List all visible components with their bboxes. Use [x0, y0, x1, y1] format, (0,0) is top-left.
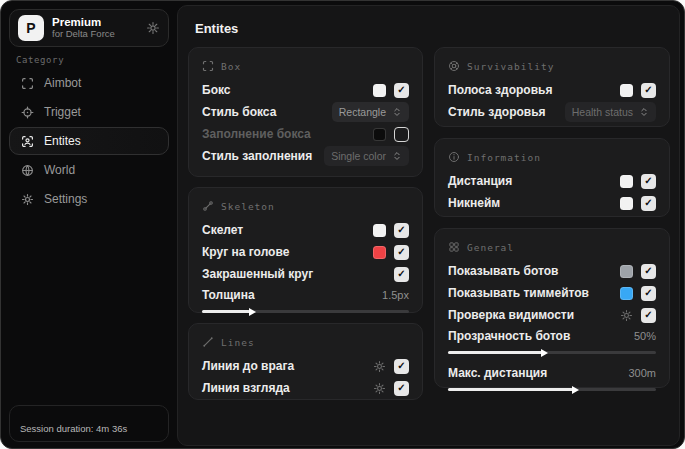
visibility-check-checkbox[interactable]: ✓ [641, 308, 656, 323]
box-scan-icon [202, 60, 214, 72]
sidebar-item-label: Trigget [44, 105, 81, 119]
teammates-color-swatch[interactable] [620, 287, 633, 300]
row-label: Заполнение бокса [202, 127, 311, 141]
check-icon: ✓ [644, 176, 652, 186]
row-visibility-check: Проверка видимости ✓ [448, 304, 656, 326]
row-label: Полоса здоровья [448, 83, 552, 97]
skeleton-card-title: Skeleton [221, 201, 275, 212]
box-enable-checkbox[interactable]: ✓ [394, 83, 409, 98]
row-box-fill-style: Стиль заполнения Single color [202, 145, 409, 167]
filled-circle-checkbox[interactable]: ✓ [394, 267, 409, 282]
bots-opacity-slider[interactable] [448, 351, 656, 354]
survivability-card-header: Survivability [448, 57, 656, 75]
skeleton-card: Skeleton Скелет ✓ Круг на голове ✓ Закра… [188, 187, 423, 313]
brand-text: Premium for Delta Force [52, 16, 115, 40]
nickname-checkbox[interactable]: ✓ [641, 196, 656, 211]
grid-icon [448, 241, 460, 253]
row-label: Линия до врага [202, 359, 294, 373]
information-card: Information Дистанция ✓ Никнейм ✓ [434, 138, 670, 217]
head-circle-color-swatch[interactable] [373, 246, 386, 259]
entities-scan-person-icon [21, 135, 34, 148]
lifebuoy-icon [448, 60, 460, 72]
row-distance: Дистанция ✓ [448, 170, 656, 192]
health-style-dropdown[interactable]: Health status [565, 102, 656, 122]
page-title: Entites [195, 21, 238, 36]
row-thickness: Толщина 1.5px [202, 285, 409, 305]
lines-card: Lines Линия до врага ✓ Линия взгляда ✓ [188, 323, 423, 400]
thickness-slider[interactable] [202, 310, 409, 313]
box-color-swatch[interactable] [373, 84, 386, 97]
box-fill-color-swatch[interactable] [373, 128, 386, 141]
check-icon: ✓ [397, 361, 405, 371]
sidebar: P Premium for Delta Force Category [1, 1, 177, 448]
settings-gear-icon[interactable] [146, 21, 160, 35]
row-label: Стиль бокса [202, 105, 276, 119]
distance-checkbox[interactable]: ✓ [641, 174, 656, 189]
dropdown-value: Rectangle [339, 106, 386, 118]
sidebar-item-trigget[interactable]: Trigget [9, 98, 169, 126]
sidebar-item-settings[interactable]: Settings [9, 185, 169, 213]
lines-card-title: Lines [221, 337, 255, 348]
max-distance-slider[interactable] [448, 388, 656, 391]
gear-icon [21, 193, 34, 206]
box-card-header: Box [202, 57, 409, 75]
category-label: Category [16, 55, 64, 65]
sidebar-item-label: Aimbot [44, 76, 81, 90]
visibility-settings-gear-icon[interactable] [620, 309, 633, 322]
session-card: Session duration: 4m 36s [9, 405, 169, 442]
dropdown-value: Single color [331, 150, 386, 162]
box-card: Box Бокс ✓ Стиль бокса Rectangle [188, 47, 423, 177]
skeleton-color-swatch[interactable] [373, 224, 386, 237]
enemy-line-checkbox[interactable]: ✓ [394, 359, 409, 374]
sidebar-item-entites[interactable]: Entites [9, 127, 169, 155]
general-card-header: General [448, 238, 656, 256]
row-label: Проверка видимости [448, 308, 574, 322]
head-circle-checkbox[interactable]: ✓ [394, 245, 409, 260]
enemy-line-settings-gear-icon[interactable] [373, 360, 386, 373]
survivability-card-title: Survivability [467, 61, 554, 72]
row-label: Стиль здоровья [448, 105, 546, 119]
sidebar-item-aimbot[interactable]: Aimbot [9, 69, 169, 97]
row-label: Закрашенный круг [202, 267, 313, 281]
view-line-settings-gear-icon[interactable] [373, 382, 386, 395]
row-view-line: Линия взгляда ✓ [202, 377, 409, 399]
slider-fill [202, 310, 250, 313]
sidebar-item-world[interactable]: World [9, 156, 169, 184]
row-nickname: Никнейм ✓ [448, 192, 656, 214]
bots-color-swatch[interactable] [620, 265, 633, 278]
row-head-circle: Круг на голове ✓ [202, 241, 409, 263]
row-label: Круг на голове [202, 245, 289, 259]
info-icon [448, 151, 460, 163]
row-label: Бокс [202, 83, 230, 97]
row-enemy-line: Линия до врага ✓ [202, 355, 409, 377]
check-icon: ✓ [397, 269, 405, 279]
bone-icon [202, 200, 214, 212]
check-icon: ✓ [644, 266, 652, 276]
slider-thumb[interactable] [541, 349, 548, 357]
skeleton-checkbox[interactable]: ✓ [394, 223, 409, 238]
box-fill-checkbox[interactable]: ✓ [394, 127, 409, 142]
app-window: P Premium for Delta Force Category [0, 0, 685, 449]
row-label: Показывать ботов [448, 264, 558, 278]
nickname-color-swatch[interactable] [620, 197, 633, 210]
show-bots-checkbox[interactable]: ✓ [641, 264, 656, 279]
thickness-value: 1.5px [382, 289, 409, 301]
box-card-title: Box [221, 61, 241, 72]
row-max-distance: Макс. дистанция 300m [448, 363, 656, 383]
check-icon: ✓ [397, 225, 405, 235]
check-icon: ✓ [397, 383, 405, 393]
main-panel: Entites Box Бокс ✓ Стиль бокса [177, 5, 680, 446]
slider-fill [448, 388, 573, 391]
health-bar-color-swatch[interactable] [620, 84, 633, 97]
general-card: General Показывать ботов ✓ Показывать ти… [434, 228, 670, 388]
show-teammates-checkbox[interactable]: ✓ [641, 286, 656, 301]
view-line-checkbox[interactable]: ✓ [394, 381, 409, 396]
health-bar-checkbox[interactable]: ✓ [641, 83, 656, 98]
line-icon [202, 336, 214, 348]
box-style-dropdown[interactable]: Rectangle [332, 102, 409, 122]
slider-thumb[interactable] [249, 308, 256, 316]
distance-color-swatch[interactable] [620, 175, 633, 188]
max-distance-value: 300m [628, 367, 656, 379]
slider-thumb[interactable] [572, 386, 579, 394]
box-fill-style-dropdown[interactable]: Single color [324, 146, 409, 166]
